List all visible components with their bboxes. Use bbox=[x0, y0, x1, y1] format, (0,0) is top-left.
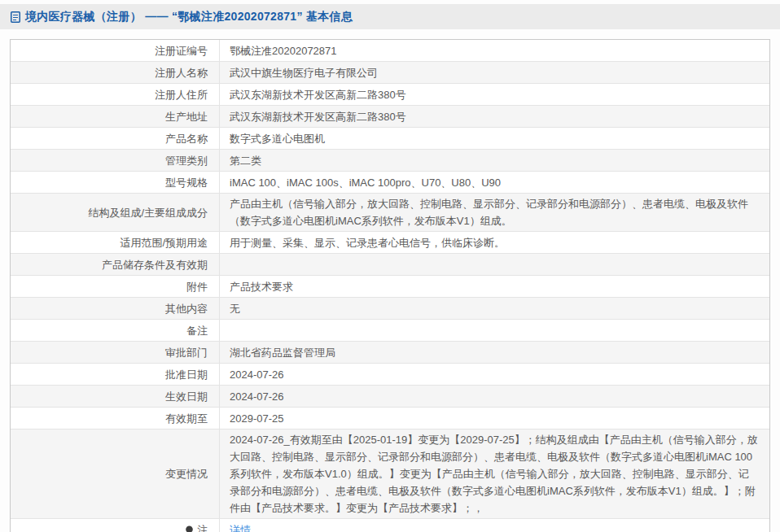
row-value: 武汉东湖新技术开发区高新二路380号 bbox=[219, 106, 769, 127]
row-value: 2024-07-26 bbox=[219, 364, 769, 385]
row-label: 注册人住所 bbox=[11, 84, 219, 105]
row-value-text: 用于测量、采集、显示、记录患者心电信号，供临床诊断。 bbox=[230, 234, 505, 251]
page: 境内医疗器械（注册） —— “鄂械注准20202072871” 基本信息 注册证… bbox=[0, 4, 780, 532]
row-value-text: 鄂械注准20202072871 bbox=[230, 42, 337, 59]
registration-info-table: 注册证编号鄂械注准20202072871注册人名称武汉中旗生物医疗电子有限公司注… bbox=[10, 39, 770, 532]
row-label: 注册人名称 bbox=[11, 62, 219, 83]
row-label-text: 变更情况 bbox=[165, 465, 208, 482]
row-value-text: 武汉东湖新技术开发区高新二路380号 bbox=[230, 86, 406, 103]
row-label-text: 型号规格 bbox=[165, 174, 208, 191]
row-value-text: 2029-07-25 bbox=[230, 410, 284, 427]
table-row: 结构及组成/主要组成成分产品由主机（信号输入部分，放大回路、控制电路、显示部分、… bbox=[11, 194, 769, 232]
row-label: 生效日期 bbox=[11, 386, 219, 407]
row-label: 管理类别 bbox=[11, 150, 219, 171]
row-label: 备注 bbox=[11, 320, 219, 341]
row-label: 产品储存条件及有效期 bbox=[11, 254, 219, 275]
row-label: 批准日期 bbox=[11, 364, 219, 385]
row-label: 变更情况 bbox=[11, 430, 219, 518]
table-row: 变更情况2024-07-26_有效期至由【2025-01-19】变更为【2029… bbox=[11, 430, 769, 519]
row-label-text: 产品储存条件及有效期 bbox=[102, 256, 208, 273]
row-value-text: 无 bbox=[230, 300, 240, 317]
table-row: 注册人名称武汉中旗生物医疗电子有限公司 bbox=[11, 62, 769, 84]
row-value: 详情 bbox=[219, 519, 769, 532]
row-value: 数字式多道心电图机 bbox=[219, 128, 769, 149]
table-row: 适用范围/预期用途用于测量、采集、显示、记录患者心电信号，供临床诊断。 bbox=[11, 232, 769, 254]
table-row: 管理类别第二类 bbox=[11, 150, 769, 172]
row-value-text: iMAC 100、iMAC 100s、iMAC 100pro、U70、U80、U… bbox=[230, 174, 501, 191]
row-value: 武汉中旗生物医疗电子有限公司 bbox=[219, 62, 769, 83]
row-label-text: 管理类别 bbox=[165, 152, 208, 169]
row-value: 第二类 bbox=[219, 150, 769, 171]
row-value: 用于测量、采集、显示、记录患者心电信号，供临床诊断。 bbox=[219, 232, 769, 253]
row-value-text: 武汉中旗生物医疗电子有限公司 bbox=[230, 64, 378, 81]
row-label-text: 注册证编号 bbox=[155, 42, 208, 59]
table-row: 批准日期2024-07-26 bbox=[11, 364, 769, 386]
row-value-text: 武汉东湖新技术开发区高新二路380号 bbox=[230, 108, 406, 125]
row-value-text: 2024-07-26 bbox=[230, 388, 284, 405]
row-value: 产品技术要求 bbox=[219, 276, 769, 297]
table-row: 注册证编号鄂械注准20202072871 bbox=[11, 40, 769, 62]
row-value: 2024-07-26_有效期至由【2025-01-19】变更为【2029-07-… bbox=[219, 430, 769, 518]
row-label: 审批部门 bbox=[11, 342, 219, 363]
table-row: 审批部门湖北省药品监督管理局 bbox=[11, 342, 769, 364]
row-label-text: 适用范围/预期用途 bbox=[120, 234, 208, 251]
note-pin-icon bbox=[185, 525, 194, 532]
row-label-text: 生效日期 bbox=[165, 388, 208, 405]
row-value: 产品由主机（信号输入部分，放大回路、控制电路、显示部分、记录部分和电源部分）、患… bbox=[219, 194, 769, 231]
row-value: 2024-07-26 bbox=[219, 386, 769, 407]
row-label-text: 备注 bbox=[186, 322, 208, 339]
row-value-text: 产品由主机（信号输入部分，放大回路、控制电路、显示部分、记录部分和电源部分）、患… bbox=[230, 195, 758, 229]
row-value: 湖北省药品监督管理局 bbox=[219, 342, 769, 363]
row-label: 有效期至 bbox=[11, 408, 219, 429]
table-row: 注详情 bbox=[11, 519, 769, 532]
row-value: 2029-07-25 bbox=[219, 408, 769, 429]
row-label: 生产地址 bbox=[11, 106, 219, 127]
table-row: 注册人住所武汉东湖新技术开发区高新二路380号 bbox=[11, 84, 769, 106]
table-row: 备注 bbox=[11, 320, 769, 342]
row-label: 其他内容 bbox=[11, 298, 219, 319]
row-label-text: 注 bbox=[197, 521, 208, 532]
row-label: 注册证编号 bbox=[11, 40, 219, 61]
table-row: 有效期至2029-07-25 bbox=[11, 408, 769, 430]
row-value: 鄂械注准20202072871 bbox=[219, 40, 769, 61]
row-label-text: 审批部门 bbox=[165, 344, 208, 361]
row-label-text: 产品名称 bbox=[165, 130, 208, 147]
row-value: 无 bbox=[219, 298, 769, 319]
table-row: 产品名称数字式多道心电图机 bbox=[11, 128, 769, 150]
row-label: 适用范围/预期用途 bbox=[11, 232, 219, 253]
row-label: 附件 bbox=[11, 276, 219, 297]
table-row: 型号规格iMAC 100、iMAC 100s、iMAC 100pro、U70、U… bbox=[11, 172, 769, 194]
table-row: 生产地址武汉东湖新技术开发区高新二路380号 bbox=[11, 106, 769, 128]
row-label: 注 bbox=[11, 519, 219, 532]
row-label: 型号规格 bbox=[11, 172, 219, 193]
row-value bbox=[219, 320, 769, 341]
row-value-text: 2024-07-26_有效期至由【2025-01-19】变更为【2029-07-… bbox=[230, 431, 758, 517]
row-label-text: 附件 bbox=[186, 278, 208, 295]
row-label-text: 注册人住所 bbox=[155, 86, 208, 103]
row-label-text: 注册人名称 bbox=[155, 64, 208, 81]
page-title: 境内医疗器械（注册） —— “鄂械注准20202072871” 基本信息 bbox=[25, 10, 353, 24]
row-label: 结构及组成/主要组成成分 bbox=[11, 194, 219, 231]
row-label-text: 有效期至 bbox=[165, 410, 208, 427]
row-value-text: 产品技术要求 bbox=[230, 278, 293, 295]
page-header: 境内医疗器械（注册） —— “鄂械注准20202072871” 基本信息 bbox=[0, 4, 780, 29]
row-value-text: 数字式多道心电图机 bbox=[230, 130, 325, 147]
row-label: 产品名称 bbox=[11, 128, 219, 149]
row-value: iMAC 100、iMAC 100s、iMAC 100pro、U70、U80、U… bbox=[219, 172, 769, 193]
row-label-text: 批准日期 bbox=[165, 366, 208, 383]
table-row: 生效日期2024-07-26 bbox=[11, 386, 769, 408]
document-icon bbox=[11, 11, 20, 23]
table-row: 其他内容无 bbox=[11, 298, 769, 320]
row-label-text: 生产地址 bbox=[165, 108, 208, 125]
row-value bbox=[219, 254, 769, 275]
row-value-text: 第二类 bbox=[230, 152, 261, 169]
row-value: 武汉东湖新技术开发区高新二路380号 bbox=[219, 84, 769, 105]
table-row: 产品储存条件及有效期 bbox=[11, 254, 769, 276]
detail-link[interactable]: 详情 bbox=[230, 521, 251, 532]
row-value-text: 湖北省药品监督管理局 bbox=[230, 344, 335, 361]
row-label-text: 结构及组成/主要组成成分 bbox=[88, 204, 208, 221]
table-row: 附件产品技术要求 bbox=[11, 276, 769, 298]
row-value-text: 2024-07-26 bbox=[230, 366, 284, 383]
row-label-text: 其他内容 bbox=[165, 300, 208, 317]
